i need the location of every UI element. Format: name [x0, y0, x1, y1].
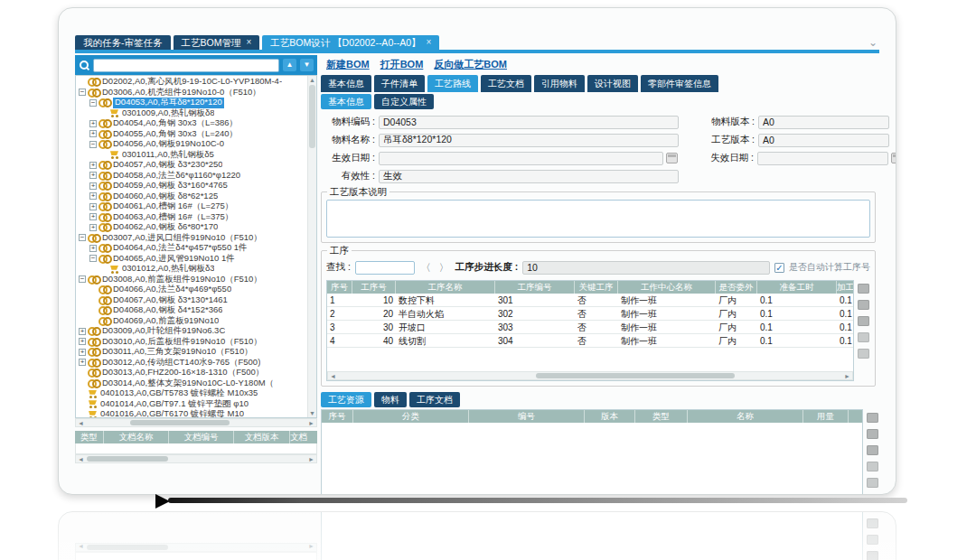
tree-item[interactable]: D04069,A0,前盖板919No10	[76, 316, 307, 327]
tree-item[interactable]: 0401013,A0,GB/T5783 镀锌螺栓 M10x35	[76, 388, 307, 399]
tree-item[interactable]: D04068,A0,钢板 δ4*152*366	[76, 305, 307, 316]
tree-item[interactable]: 0301011,A0,热轧钢板δ5	[76, 150, 307, 161]
find-next-icon[interactable]: 〉	[437, 261, 451, 275]
effective-date-field[interactable]	[379, 152, 663, 165]
tab-my-tasks[interactable]: 我的任务-审签任务	[75, 35, 171, 50]
table-action-icon-4[interactable]	[867, 462, 878, 471]
expand-toggle-icon[interactable]	[89, 192, 97, 200]
expand-toggle-icon[interactable]	[79, 234, 86, 241]
calendar-icon[interactable]	[666, 153, 678, 163]
tree-item[interactable]: D03006,A0,机壳组件919No10-0（F510）	[76, 88, 307, 98]
tree-item[interactable]: D04067,A0,钢板 δ3*130*1461	[76, 295, 307, 306]
expiry-date-field[interactable]	[757, 152, 888, 165]
detail-tab[interactable]: 零部件审签信息	[641, 75, 718, 92]
tree-item[interactable]: D03009,A0,叶轮组件919No6.3C	[76, 326, 307, 337]
tree-item[interactable]: D04057,A0,钢板 δ3*230*250	[76, 160, 307, 171]
expand-toggle-icon[interactable]	[89, 245, 97, 252]
tree-item[interactable]: D03008,A0,前盖板组件919No10（F510）	[76, 275, 307, 285]
tree-item[interactable]: D03013,A0,FHZ200-16×18-1310（F500）	[76, 368, 307, 378]
detail-tab[interactable]: 基本信息	[321, 75, 371, 92]
detail-tab[interactable]: 引用物料	[534, 75, 585, 92]
tree-item[interactable]: 0401016,A0,GB/T6170 镀锌螺母 M10	[76, 409, 307, 417]
expand-toggle-icon[interactable]	[89, 130, 97, 137]
tree-item[interactable]: D04066,A0,法兰δ4*φ469*φ550	[76, 285, 307, 295]
process-table-row[interactable]: 4 40 线切割 304 否 制作一班 厂内 0.1	[327, 334, 853, 348]
calendar-icon[interactable]	[891, 153, 896, 163]
table-action-icon-1[interactable]	[858, 284, 869, 294]
expand-toggle-icon[interactable]	[89, 224, 97, 231]
expand-toggle-icon[interactable]	[79, 328, 86, 335]
tree-item[interactable]: D03012,A0,传动组CT140水9-765（F500)	[76, 358, 307, 369]
tree-item[interactable]: D04062,A0,钢板 δ6*80*170	[76, 222, 307, 233]
scroll-left-icon[interactable]: ◄	[330, 373, 336, 379]
step-length-field[interactable]	[522, 261, 770, 275]
table-action-icon-5[interactable]	[858, 349, 869, 359]
scroll-left-icon[interactable]: ◄	[78, 420, 84, 426]
process-table-row[interactable]: 1 10 数控下料 301 否 制作一班 厂内 0.1	[327, 294, 853, 307]
tree-item[interactable]: D03007,A0,进风口组件919No10（F510）	[76, 233, 307, 244]
table-action-icon-4[interactable]	[858, 332, 869, 342]
auto-number-checkbox[interactable]: ✓	[774, 263, 784, 273]
detail-tab[interactable]: 子件清单	[374, 75, 425, 92]
detail-tab[interactable]: 工艺路线	[427, 75, 478, 92]
scroll-up-icon[interactable]: ▲	[308, 77, 316, 83]
detail-subtab[interactable]: 自定义属性	[374, 94, 434, 109]
tree-item[interactable]: D04055,A0,角钢 30x3（L=240）	[76, 129, 307, 140]
tree-item[interactable]: D03011,A0,三角支架919No10（F510）	[76, 347, 307, 358]
bom-action-link[interactable]: 新建BOM	[326, 58, 370, 71]
material-code-field[interactable]	[379, 116, 679, 129]
tree-item[interactable]: D04058,A0,法兰δ6*φ1160*φ1220	[76, 171, 307, 182]
expand-toggle-icon[interactable]	[89, 99, 97, 107]
scroll-right-icon[interactable]: ►	[844, 373, 850, 379]
table-action-icon-3[interactable]	[867, 445, 878, 455]
expand-toggle-icon[interactable]	[79, 338, 86, 345]
resource-tab[interactable]: 工艺资源	[321, 392, 371, 407]
tree-item[interactable]: D04060,A0,钢板 δ8*62*125	[76, 191, 307, 202]
table-action-icon-1[interactable]	[867, 413, 878, 423]
process-version-field[interactable]	[758, 134, 889, 147]
scrollbar-thumb[interactable]	[309, 85, 315, 148]
expand-toggle-icon[interactable]	[89, 255, 97, 262]
tree-item[interactable]: D03014,A0,整体支架919No10C-L0-Y180M（	[76, 378, 307, 389]
version-note-textarea[interactable]	[326, 200, 870, 238]
detail-tab[interactable]: 工艺文档	[481, 75, 531, 92]
search-prev-icon[interactable]: ▲	[283, 59, 296, 71]
table-action-icon-2[interactable]	[867, 429, 878, 439]
search-next-icon[interactable]: ▼	[300, 59, 314, 71]
bom-action-link[interactable]: 反向做工艺BOM	[434, 58, 507, 71]
tree-search-input[interactable]	[93, 59, 279, 72]
scrollbar-thumb[interactable]	[87, 456, 168, 462]
tree-item[interactable]: D04059,A0,钢板 δ3*160*4765	[76, 181, 307, 191]
process-horizontal-scrollbar[interactable]: ◄ ►	[327, 371, 853, 380]
find-input[interactable]	[355, 261, 415, 275]
tree-item[interactable]: D03010,A0,后盖板组件919No10（F510）	[76, 337, 307, 348]
tree-item[interactable]: 0301012,A0,热轧钢板δ3	[76, 264, 307, 275]
tree-horizontal-scrollbar[interactable]: ◄ ►	[75, 418, 317, 427]
expand-toggle-icon[interactable]	[89, 120, 97, 127]
table-action-icon-2[interactable]	[858, 300, 869, 310]
table-action-icon-5[interactable]	[867, 478, 878, 488]
material-name-field[interactable]	[379, 134, 679, 147]
tree-item[interactable]: 0401014,A0,GB/T97.1 镀锌平垫圈 φ10	[76, 399, 307, 410]
material-version-field[interactable]	[758, 116, 889, 129]
process-table-row[interactable]: 3 30 开坡口 303 否 制作一班 厂内 0.1	[327, 321, 853, 334]
tree-item[interactable]: D04054,A0,角钢 30x3（L=386）	[76, 118, 307, 129]
tree-item[interactable]: 0301009,A0,热轧钢板δ8	[76, 108, 307, 119]
tree-item[interactable]: D04056,A0,钢板919No10C-0	[76, 139, 307, 150]
expand-toggle-icon[interactable]	[79, 359, 86, 366]
detail-tab[interactable]: 设计视图	[587, 75, 638, 92]
document-horizontal-scrollbar[interactable]: ◄ ►	[75, 454, 317, 463]
expand-toggle-icon[interactable]	[79, 349, 86, 356]
expand-toggle-icon[interactable]	[79, 89, 86, 96]
resource-tab[interactable]: 工序文档	[409, 392, 460, 407]
tab-bom-manage[interactable]: 工艺BOM管理 ×	[174, 35, 260, 50]
tree-vertical-scrollbar[interactable]: ▲ ▼	[307, 76, 316, 417]
expand-toggle-icon[interactable]	[79, 275, 86, 283]
scrollbar-thumb[interactable]	[536, 373, 735, 378]
scroll-left-icon[interactable]: ◄	[78, 456, 84, 462]
tree-item[interactable]: D04063,A0,槽钢 16#（L=375）	[76, 212, 307, 223]
expand-toggle-icon[interactable]	[89, 203, 97, 210]
expand-toggle-icon[interactable]	[89, 213, 97, 220]
window-collapse-icon[interactable]: ⌄	[868, 36, 877, 49]
expand-toggle-icon[interactable]	[89, 141, 97, 148]
